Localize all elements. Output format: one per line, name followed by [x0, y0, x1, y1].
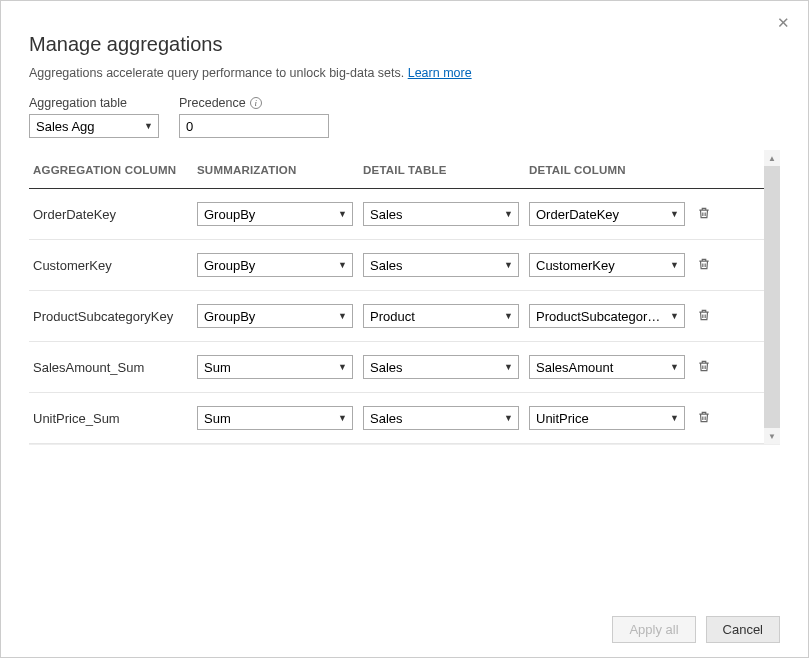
subtitle-text: Aggregations accelerate query performanc… — [29, 66, 408, 80]
controls-row: Aggregation table Sales Agg ▼ Precedence… — [29, 96, 780, 138]
close-icon: ✕ — [777, 14, 790, 31]
detail-table-select[interactable]: Sales — [363, 406, 519, 430]
precedence-input[interactable] — [179, 114, 329, 138]
aggregation-column-name: CustomerKey — [33, 258, 112, 273]
delete-row-button[interactable] — [695, 357, 713, 378]
learn-more-link[interactable]: Learn more — [408, 66, 472, 80]
header-detail-table: DETAIL TABLE — [363, 164, 529, 176]
trash-icon — [697, 359, 711, 376]
summarization-select[interactable]: Sum — [197, 406, 353, 430]
trash-icon — [697, 206, 711, 223]
detail-column-select[interactable]: ProductSubcategory... — [529, 304, 685, 328]
aggregation-table-select-wrap: Sales Agg ▼ — [29, 114, 159, 138]
table-row: SalesAmount_SumSum▼Sales▼SalesAmount▼ — [29, 342, 764, 393]
delete-row-button[interactable] — [695, 255, 713, 276]
summarization-select[interactable]: GroupBy — [197, 202, 353, 226]
table-row: OrderDateKeyGroupBy▼Sales▼OrderDateKey▼ — [29, 189, 764, 240]
detail-column-select[interactable]: UnitPrice — [529, 406, 685, 430]
scroll-up-icon[interactable]: ▲ — [764, 150, 780, 166]
vertical-scrollbar[interactable]: ▲ ▼ — [764, 150, 780, 444]
manage-aggregations-dialog: ✕ Manage aggregations Aggregations accel… — [0, 0, 809, 658]
header-detail-column: DETAIL COLUMN — [529, 164, 695, 176]
precedence-group: Precedence i — [179, 96, 329, 138]
aggregation-column-name: UnitPrice_Sum — [33, 411, 120, 426]
precedence-label: Precedence i — [179, 96, 329, 110]
table-row: CustomerKeyGroupBy▼Sales▼CustomerKey▼ — [29, 240, 764, 291]
aggregation-table-group: Aggregation table Sales Agg ▼ — [29, 96, 159, 138]
detail-table-select[interactable]: Product — [363, 304, 519, 328]
aggregation-column-name: SalesAmount_Sum — [33, 360, 144, 375]
scroll-thumb[interactable] — [764, 166, 780, 434]
trash-icon — [697, 257, 711, 274]
dialog-title: Manage aggregations — [29, 33, 780, 56]
trash-icon — [697, 410, 711, 427]
summarization-select[interactable]: GroupBy — [197, 253, 353, 277]
table-row: UnitPrice_SumSum▼Sales▼UnitPrice▼ — [29, 393, 764, 444]
cancel-button[interactable]: Cancel — [706, 616, 780, 643]
header-aggregation-column: AGGREGATION COLUMN — [29, 164, 197, 176]
detail-table-select[interactable]: Sales — [363, 202, 519, 226]
scroll-down-icon[interactable]: ▼ — [764, 428, 780, 444]
aggregation-table-label: Aggregation table — [29, 96, 159, 110]
aggregation-column-name: ProductSubcategoryKey — [33, 309, 173, 324]
aggregation-column-name: OrderDateKey — [33, 207, 116, 222]
dialog-footer: Apply all Cancel — [612, 616, 780, 643]
info-icon: i — [250, 97, 262, 109]
detail-column-select[interactable]: CustomerKey — [529, 253, 685, 277]
detail-column-select[interactable]: OrderDateKey — [529, 202, 685, 226]
detail-table-select[interactable]: Sales — [363, 253, 519, 277]
summarization-select[interactable]: GroupBy — [197, 304, 353, 328]
trash-icon — [697, 308, 711, 325]
grid-header-row: AGGREGATION COLUMN SUMMARIZATION DETAIL … — [29, 150, 764, 189]
close-button[interactable]: ✕ — [773, 11, 794, 34]
dialog-subtitle: Aggregations accelerate query performanc… — [29, 66, 780, 80]
delete-row-button[interactable] — [695, 204, 713, 225]
delete-row-button[interactable] — [695, 408, 713, 429]
aggregation-grid: AGGREGATION COLUMN SUMMARIZATION DETAIL … — [29, 150, 780, 445]
summarization-select[interactable]: Sum — [197, 355, 353, 379]
detail-table-select[interactable]: Sales — [363, 355, 519, 379]
header-summarization: SUMMARIZATION — [197, 164, 363, 176]
aggregation-table-select[interactable]: Sales Agg — [29, 114, 159, 138]
apply-all-button[interactable]: Apply all — [612, 616, 695, 643]
detail-column-select[interactable]: SalesAmount — [529, 355, 685, 379]
delete-row-button[interactable] — [695, 306, 713, 327]
table-row: ProductSubcategoryKeyGroupBy▼Product▼Pro… — [29, 291, 764, 342]
